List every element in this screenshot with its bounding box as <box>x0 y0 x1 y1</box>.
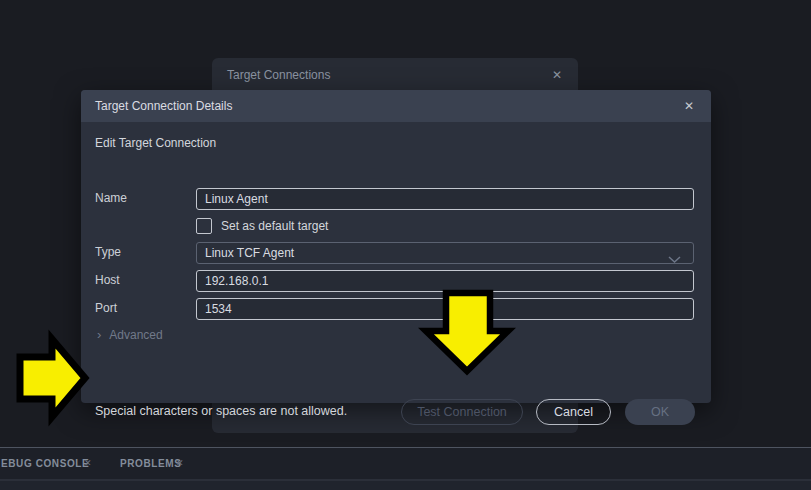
host-label: Host <box>95 270 120 291</box>
advanced-label: Advanced <box>109 328 162 342</box>
tab-problems[interactable]: PROBLEMS <box>120 448 181 479</box>
target-connection-details-dialog: Target Connection Details ✕ Edit Target … <box>81 90 711 403</box>
name-input[interactable] <box>196 188 694 210</box>
set-default-checkbox[interactable] <box>196 218 212 234</box>
target-connections-dialog-title: Target Connections <box>212 58 578 92</box>
status-message: Special characters or spaces are not all… <box>95 399 347 424</box>
dialog-title: Target Connection Details <box>95 90 232 122</box>
port-input[interactable] <box>196 298 694 320</box>
right-arrow-icon <box>20 339 85 417</box>
close-icon[interactable]: ✕ <box>176 448 184 479</box>
ide-screen: Target Connections ✕ Target Connection D… <box>0 0 811 490</box>
test-connection-button[interactable]: Test Connection <box>401 399 523 425</box>
type-select-value: Linux TCF Agent <box>205 246 294 260</box>
chevron-right-icon: › <box>97 327 101 342</box>
close-icon[interactable]: ✕ <box>84 448 92 479</box>
set-default-label: Set as default target <box>221 218 328 235</box>
name-label: Name <box>95 188 127 209</box>
close-icon[interactable]: ✕ <box>552 58 562 92</box>
port-label: Port <box>95 298 117 319</box>
tab-debug-console[interactable]: EBUG CONSOLE <box>1 448 89 479</box>
dialog-body: Edit Target Connection Name Set as defau… <box>81 122 711 403</box>
cancel-button[interactable]: Cancel <box>536 399 611 425</box>
ok-button[interactable]: OK <box>625 399 695 425</box>
type-select[interactable]: Linux TCF Agent <box>196 242 694 264</box>
advanced-expander[interactable]: ›Advanced <box>97 327 163 342</box>
bottom-bar-lower-strip <box>0 481 811 490</box>
host-input[interactable] <box>196 270 694 292</box>
type-label: Type <box>95 242 121 263</box>
close-icon[interactable]: ✕ <box>684 90 694 122</box>
edit-target-connection-heading: Edit Target Connection <box>95 136 216 150</box>
dialog-titlebar: Target Connection Details ✕ <box>81 90 711 122</box>
chevron-down-icon <box>668 250 681 270</box>
bottom-tab-bar: EBUG CONSOLE ✕ PROBLEMS ✕ <box>0 448 811 479</box>
